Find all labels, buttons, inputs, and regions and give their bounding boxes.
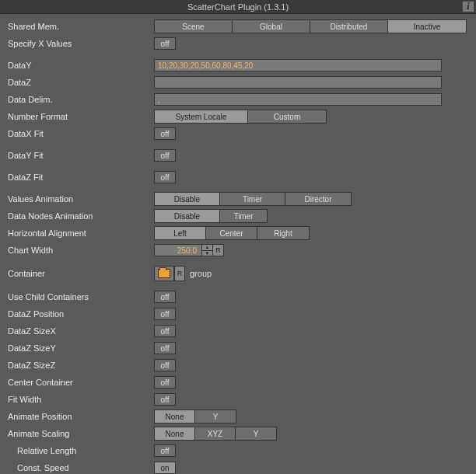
chart-width-field[interactable]: 250.0 <box>154 244 202 256</box>
rel-len-label: Relative Length <box>6 446 154 455</box>
values-anim-seg: Disable Timer Director <box>154 192 352 206</box>
anim-scale-y[interactable]: Y <box>236 427 276 440</box>
data-y-field[interactable]: 10,20,30,20,50,60,80,45,20 <box>154 59 442 71</box>
nodes-anim-timer[interactable]: Timer <box>220 210 267 222</box>
values-anim-disable[interactable]: Disable <box>155 193 220 205</box>
container-name: group <box>190 269 212 278</box>
num-format-seg: System Locale Custom <box>154 110 327 124</box>
dz-pos-label: DataZ Position <box>6 309 154 319</box>
specify-x-label: Specify X Values <box>6 39 154 48</box>
halign-right[interactable]: Right <box>257 227 309 239</box>
anim-pos-label: Animate Position <box>6 412 154 421</box>
chart-width-spinner[interactable]: ▲▼ <box>202 244 213 256</box>
rel-len-toggle[interactable]: off <box>154 444 176 457</box>
num-format-system[interactable]: System Locale <box>155 110 248 123</box>
shared-mem-global[interactable]: Global <box>233 20 310 33</box>
center-c-label: Center Container <box>6 378 154 387</box>
datay-fit-label: DataY Fit <box>6 151 154 160</box>
shared-mem-seg: Scene Global Distributed Inactive <box>154 19 467 33</box>
data-delim-field[interactable]: , <box>154 93 442 106</box>
values-anim-timer[interactable]: Timer <box>220 193 285 205</box>
window-title: ScatterChart Plugin (1.3.1) <box>187 2 289 12</box>
halign-left[interactable]: Left <box>155 227 206 239</box>
container-drop[interactable] <box>154 266 174 281</box>
anim-pos-seg: None Y <box>154 410 236 423</box>
data-y-label: DataY <box>6 61 154 70</box>
dz-sx-toggle[interactable]: off <box>154 325 176 337</box>
data-z-field[interactable] <box>154 76 442 89</box>
data-z-label: DataZ <box>6 78 154 87</box>
shared-mem-label: Shared Mem. <box>6 22 154 31</box>
container-label: Container <box>6 269 154 278</box>
use-child-label: Use Child Containers <box>6 292 154 301</box>
anim-pos-none[interactable]: None <box>155 410 195 423</box>
dz-sy-label: DataZ SizeY <box>6 343 154 353</box>
fit-w-label: Fit Width <box>6 395 154 404</box>
const-sp-label: Const. Speed <box>6 463 154 472</box>
nodes-anim-seg: Disable Timer <box>154 209 268 223</box>
center-c-toggle[interactable]: off <box>154 376 176 389</box>
nodes-anim-disable[interactable]: Disable <box>155 210 220 222</box>
shared-mem-distributed[interactable]: Distributed <box>310 20 388 33</box>
shared-mem-inactive[interactable]: Inactive <box>388 20 466 33</box>
halign-seg: Left Center Right <box>154 226 310 240</box>
dz-sz-label: DataZ SizeZ <box>6 361 154 370</box>
dataz-fit-toggle[interactable]: off <box>154 171 176 183</box>
data-delim-label: Data Delim. <box>6 95 154 104</box>
dz-sx-label: DataZ SizeX <box>6 326 154 336</box>
fit-w-toggle[interactable]: off <box>154 393 176 406</box>
nodes-anim-label: Data Nodes Animation <box>6 211 154 221</box>
chevron-up-icon[interactable]: ▲ <box>202 245 212 251</box>
anim-scale-label: Animate Scaling <box>6 429 154 438</box>
anim-scale-xyz[interactable]: XYZ <box>195 427 236 440</box>
values-anim-label: Values Animation <box>6 194 154 204</box>
shared-mem-scene[interactable]: Scene <box>155 20 233 33</box>
dz-pos-toggle[interactable]: off <box>154 308 176 320</box>
specify-x-toggle[interactable]: off <box>154 37 176 50</box>
anim-pos-y[interactable]: Y <box>195 410 236 423</box>
container-reset[interactable]: R <box>174 266 185 281</box>
datay-fit-toggle[interactable]: off <box>154 149 176 162</box>
anim-scale-none[interactable]: None <box>155 427 195 440</box>
use-child-toggle[interactable]: off <box>154 291 176 303</box>
chart-width-reset[interactable]: R <box>213 244 224 256</box>
num-format-custom[interactable]: Custom <box>248 110 326 123</box>
halign-label: Horizontal Alignment <box>6 228 154 238</box>
dz-sz-toggle[interactable]: off <box>154 359 176 371</box>
num-format-label: Number Format <box>6 112 154 121</box>
titlebar: ScatterChart Plugin (1.3.1) i <box>0 0 476 14</box>
folder-icon <box>158 269 170 278</box>
const-sp-toggle[interactable]: on <box>154 462 176 474</box>
datax-fit-toggle[interactable]: off <box>154 127 176 140</box>
info-button[interactable]: i <box>462 1 474 12</box>
properties-panel: Shared Mem. Scene Global Distributed Ina… <box>0 14 476 474</box>
dataz-fit-label: DataZ Fit <box>6 173 154 182</box>
chart-width-label: Chart Width <box>6 246 154 255</box>
datax-fit-label: DataX Fit <box>6 129 154 138</box>
halign-center[interactable]: Center <box>206 227 257 239</box>
dz-sy-toggle[interactable]: off <box>154 342 176 354</box>
values-anim-director[interactable]: Director <box>285 193 351 205</box>
chevron-down-icon[interactable]: ▼ <box>202 251 212 256</box>
anim-scale-seg: None XYZ Y <box>154 427 277 441</box>
